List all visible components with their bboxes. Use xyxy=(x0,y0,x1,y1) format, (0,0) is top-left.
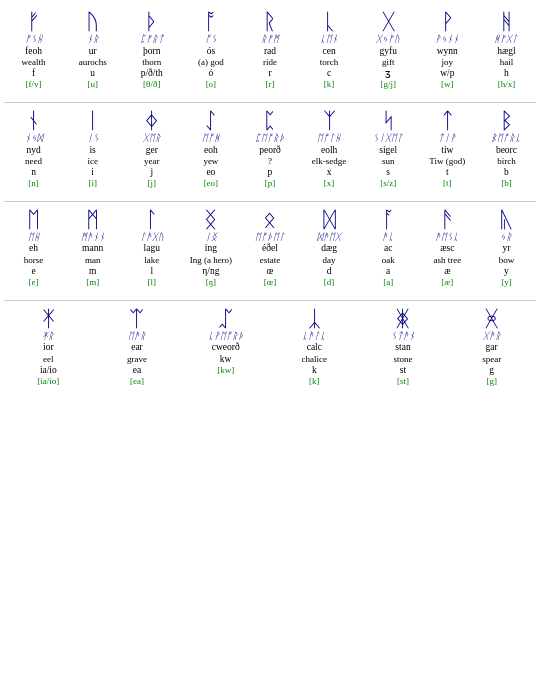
rune-letter: eo xyxy=(206,167,215,178)
rune-transliteration: ᚹᛃᚾᚾ xyxy=(435,34,459,45)
rune-letter: æ xyxy=(444,266,450,277)
rune-name: eoh xyxy=(204,145,218,156)
rune-transliteration: ᛊᛏᚫᚾ xyxy=(391,331,415,342)
rune-main-symbol: ᛟ xyxy=(263,208,276,232)
rune-letter: ea xyxy=(133,365,141,376)
rune-phonetic: [d] xyxy=(324,277,335,288)
rune-main-symbol: ᛋ xyxy=(382,109,395,133)
rune-main-symbol: ᚣ xyxy=(500,208,513,232)
rune-transliteration: ᚳᚹᛖᚩᚱᚦ xyxy=(208,331,244,342)
rune-phonetic: [o] xyxy=(206,79,217,90)
rune-cell: ᚸᚷᚫᚱgarspearg[g] xyxy=(447,305,536,389)
rune-phonetic: [g/j] xyxy=(380,79,396,90)
rune-name: rad xyxy=(264,46,276,57)
rune-transliteration: ᚷᛖᚱ xyxy=(143,133,161,144)
rune-letter: g xyxy=(489,365,494,376)
rune-letter: u xyxy=(90,68,95,79)
rune-phonetic: [i] xyxy=(88,178,97,189)
rune-row-4: ᛡᛡᚱioreelia/io[ia/io]ᛠᛖᚫᚱeargraveea[ea]ᛢ… xyxy=(4,305,536,389)
rune-main-symbol: ᚠ xyxy=(27,10,40,34)
rune-name: beorc xyxy=(496,145,517,156)
rune-meaning: eel xyxy=(43,354,54,365)
rune-main-symbol: ᛚ xyxy=(145,208,158,232)
rune-letter: p xyxy=(268,167,273,178)
rune-main-symbol: ᛏ xyxy=(441,109,454,133)
rune-phonetic: [s/z] xyxy=(380,178,396,189)
rune-letter: e xyxy=(31,266,35,277)
rune-letter: n xyxy=(31,167,36,178)
rune-phonetic: [ea] xyxy=(130,376,144,387)
rune-name: ing xyxy=(205,243,217,254)
rune-transliteration: ᛖᚫᚱ xyxy=(128,331,146,342)
rune-phonetic: [u] xyxy=(87,79,98,90)
rune-main-symbol: ᚩ xyxy=(204,10,217,34)
rune-cell: ᛁᛁᛊisicei[i] xyxy=(63,107,122,191)
rune-cell: ᛝᛁᛝingIng (a hero)η/ng[ŋ] xyxy=(181,206,240,290)
rune-phonetic: [k] xyxy=(324,79,335,90)
rune-name: wynn xyxy=(437,46,458,57)
rune-letter: ia/io xyxy=(40,365,57,376)
rune-transliteration: ᛖᚩᛚᚺ xyxy=(317,133,341,144)
rune-cell: ᚹᚹᛃᚾᚾwynnjoyw/p[w] xyxy=(418,8,477,92)
rune-transliteration: ᛁᛊ xyxy=(87,133,99,144)
rune-letter: p/ð/th xyxy=(141,68,163,79)
rune-name: eh xyxy=(29,243,38,254)
rune-transliteration: ᚠᛊᚺ xyxy=(25,34,43,45)
rune-name: eolh xyxy=(321,145,337,156)
rune-phonetic: [x] xyxy=(324,178,335,189)
rune-name: nyd xyxy=(26,145,40,156)
rune-meaning: chalice xyxy=(302,354,327,365)
rune-cell: ᛋᛊᛁᚷᛖᛚsigelsuns[s/z] xyxy=(359,107,418,191)
rune-name: gar xyxy=(486,342,498,353)
rune-main-symbol: ᛞ xyxy=(323,208,336,232)
rune-name: peorð xyxy=(259,145,281,156)
rune-cell: ᛡᛡᚱioreelia/io[ia/io] xyxy=(4,305,93,389)
rune-main-symbol: ᚾ xyxy=(27,109,40,133)
rune-letter: d xyxy=(327,266,332,277)
rune-cell: ᛞᛞᚫᛖᚷdægdayd[d] xyxy=(300,206,359,290)
rune-cell: ᛚᛚᚫᚷᚢlagulakel[l] xyxy=(122,206,181,290)
rune-cell: ᚦᛈᚠᚱᛏþornthornp/ð/th[θ/ð] xyxy=(122,8,181,92)
rune-transliteration: ᚫᚳ xyxy=(382,232,394,243)
rune-letter: t xyxy=(446,167,449,178)
rune-main-symbol: ᚪ xyxy=(382,208,395,232)
rune-transliteration: ᛁᛝ xyxy=(205,232,217,243)
rune-meaning: (a) god xyxy=(198,57,224,68)
rune-cell: ᚣᛃᚱyrbowy[y] xyxy=(477,206,536,290)
rune-chart: ᚠᚠᛊᚺfeohwealthf[f/v]ᚢᚾᚱuraurochsu[u]ᚦᛈᚠᚱ… xyxy=(4,8,536,389)
rune-meaning: hail xyxy=(500,57,514,68)
rune-name: sigel xyxy=(379,145,397,156)
rune-phonetic: [y] xyxy=(501,277,512,288)
rune-letter: ó xyxy=(209,68,214,79)
rune-transliteration: ᛏᛁᚹ xyxy=(438,133,456,144)
rune-name: ger xyxy=(146,145,158,156)
rune-main-symbol: ᛤ xyxy=(396,307,409,331)
rune-meaning: wealth xyxy=(22,57,46,68)
rune-name: ior xyxy=(43,342,54,353)
rune-meaning: ride xyxy=(263,57,277,68)
rune-cell: ᚠᚠᛊᚺfeohwealthf[f/v] xyxy=(4,8,63,92)
rune-cell: ᚪᚫᚳacoaka[a] xyxy=(359,206,418,290)
rune-letter: η/ng xyxy=(202,266,219,277)
rune-letter: f xyxy=(32,68,35,79)
rune-transliteration: ᛃᚱ xyxy=(500,232,512,243)
rune-row-3: ᛖᛖᚺehhorsee[e]ᛗᛗᚫᚾᚾmannmanm[m]ᛚᛚᚫᚷᚢlagul… xyxy=(4,206,536,290)
rune-main-symbol: ᛠ xyxy=(130,307,143,331)
rune-phonetic: [l] xyxy=(148,277,157,288)
rune-cell: ᚻᚻᚠᚷᛚhæglhailh[h/x] xyxy=(477,8,536,92)
rune-name: æsc xyxy=(440,243,454,254)
rune-name: éðel xyxy=(262,243,278,254)
rune-letter: k xyxy=(312,365,317,376)
rune-transliteration: ᚫᛖᛊᚳ xyxy=(435,232,459,243)
rune-name: ós xyxy=(207,46,215,57)
rune-meaning: oak xyxy=(382,255,395,266)
rune-meaning: spear xyxy=(482,354,501,365)
rune-phonetic: [p] xyxy=(265,178,276,189)
rune-meaning: Tiw (god) xyxy=(429,156,465,167)
rune-transliteration: ᛞᚫᛖᚷ xyxy=(317,232,341,243)
rune-letter: s xyxy=(386,167,390,178)
rune-row-2: ᚾᚾᛃᛞnydneedn[n]ᛁᛁᛊisicei[i]ᛄᚷᛖᚱgeryearj[… xyxy=(4,107,536,191)
rune-meaning: horse xyxy=(24,255,44,266)
rune-main-symbol: ᛖ xyxy=(27,208,40,232)
rune-transliteration: ᚳᛖᚾ xyxy=(320,34,338,45)
